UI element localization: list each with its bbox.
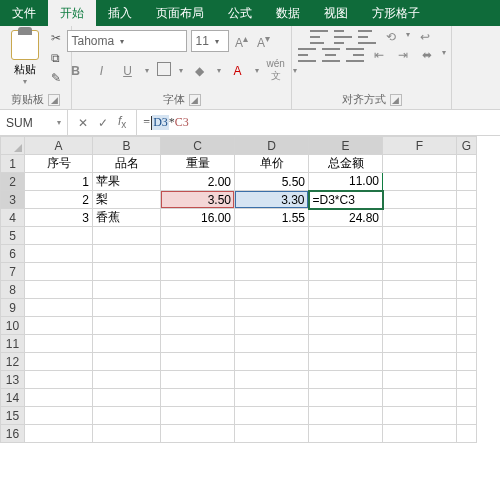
- tab-formula[interactable]: 公式: [216, 0, 264, 26]
- bold-button[interactable]: B: [67, 64, 85, 78]
- row-header[interactable]: 14: [1, 389, 25, 407]
- row-header[interactable]: 13: [1, 371, 25, 389]
- cell[interactable]: [383, 155, 457, 173]
- align-center-icon[interactable]: [322, 48, 340, 62]
- row-header[interactable]: 11: [1, 335, 25, 353]
- col-header[interactable]: E: [309, 137, 383, 155]
- underline-button[interactable]: U: [119, 64, 137, 78]
- align-left-icon[interactable]: [298, 48, 316, 62]
- enter-icon[interactable]: ✓: [98, 116, 108, 130]
- col-header[interactable]: D: [235, 137, 309, 155]
- chevron-down-icon[interactable]: ▾: [23, 77, 27, 86]
- cell-c3[interactable]: 3.50: [161, 191, 235, 209]
- tab-insert[interactable]: 插入: [96, 0, 144, 26]
- tab-layout[interactable]: 页面布局: [144, 0, 216, 26]
- orientation-icon[interactable]: ⟲: [382, 30, 400, 44]
- font-name-combo[interactable]: Tahoma▾: [67, 30, 187, 52]
- row-header[interactable]: 5: [1, 227, 25, 245]
- align-bottom-icon[interactable]: [358, 30, 376, 44]
- cell[interactable]: [457, 209, 477, 227]
- cell[interactable]: 24.80: [309, 209, 383, 227]
- paste-button[interactable]: 粘贴 ▾: [7, 30, 43, 86]
- cell[interactable]: [383, 191, 457, 209]
- cell[interactable]: 2: [25, 191, 93, 209]
- fill-color-icon[interactable]: ◆: [191, 64, 209, 78]
- cell[interactable]: [457, 155, 477, 173]
- cell-e2[interactable]: 11.00: [309, 173, 383, 191]
- cell[interactable]: 单价: [235, 155, 309, 173]
- format-painter-icon[interactable]: ✎: [47, 70, 65, 86]
- cell[interactable]: 苹果: [93, 173, 161, 191]
- grow-font-icon[interactable]: A▴: [233, 33, 251, 50]
- font-color-icon[interactable]: A: [229, 64, 247, 78]
- row-header[interactable]: 10: [1, 317, 25, 335]
- align-right-icon[interactable]: [346, 48, 364, 62]
- row-header[interactable]: 3: [1, 191, 25, 209]
- row-header[interactable]: 1: [1, 155, 25, 173]
- col-header[interactable]: B: [93, 137, 161, 155]
- worksheet[interactable]: A B C D E F G 1 序号 品名 重量 单价 总金额 2 1 苹果 2…: [0, 136, 500, 443]
- cell[interactable]: 5.50: [235, 173, 309, 191]
- cell[interactable]: 序号: [25, 155, 93, 173]
- phonetic-icon[interactable]: wén 文: [267, 58, 285, 83]
- cell[interactable]: 1.55: [235, 209, 309, 227]
- cut-icon[interactable]: ✂: [47, 30, 65, 46]
- tab-addon[interactable]: 方形格子: [360, 0, 432, 26]
- row-header[interactable]: 9: [1, 299, 25, 317]
- formula-input[interactable]: =D3*C3: [137, 110, 500, 135]
- col-header[interactable]: C: [161, 137, 235, 155]
- cell[interactable]: 香蕉: [93, 209, 161, 227]
- copy-icon[interactable]: ⧉: [47, 50, 65, 66]
- cancel-icon[interactable]: ✕: [78, 116, 88, 130]
- tab-file[interactable]: 文件: [0, 0, 48, 26]
- group-label-clipboard: 剪贴板: [11, 92, 44, 107]
- row-header[interactable]: 16: [1, 425, 25, 443]
- cell[interactable]: [383, 209, 457, 227]
- indent-increase-icon[interactable]: ⇥: [394, 48, 412, 62]
- dialog-launcher-icon[interactable]: ◢: [390, 94, 402, 106]
- row-header[interactable]: 6: [1, 245, 25, 263]
- row-header[interactable]: 15: [1, 407, 25, 425]
- cell[interactable]: [457, 191, 477, 209]
- cell[interactable]: 16.00: [161, 209, 235, 227]
- cell[interactable]: [25, 227, 93, 245]
- indent-decrease-icon[interactable]: ⇤: [370, 48, 388, 62]
- cell-e3-editing[interactable]: =D3*C3: [309, 191, 383, 209]
- align-middle-icon[interactable]: [334, 30, 352, 44]
- fx-icon[interactable]: fx: [118, 114, 126, 130]
- cell[interactable]: 梨: [93, 191, 161, 209]
- row-header[interactable]: 8: [1, 281, 25, 299]
- tab-data[interactable]: 数据: [264, 0, 312, 26]
- grid[interactable]: A B C D E F G 1 序号 品名 重量 单价 总金额 2 1 苹果 2…: [0, 136, 477, 443]
- cell-d3[interactable]: 3.30: [235, 191, 309, 209]
- name-box[interactable]: SUM▾: [0, 110, 68, 135]
- dialog-launcher-icon[interactable]: ◢: [189, 94, 201, 106]
- col-header[interactable]: F: [383, 137, 457, 155]
- col-header[interactable]: G: [457, 137, 477, 155]
- tab-home[interactable]: 开始: [48, 0, 96, 26]
- cell[interactable]: 品名: [93, 155, 161, 173]
- tab-view[interactable]: 视图: [312, 0, 360, 26]
- col-header[interactable]: A: [25, 137, 93, 155]
- row-header[interactable]: 4: [1, 209, 25, 227]
- row-header[interactable]: 2: [1, 173, 25, 191]
- cell[interactable]: [457, 173, 477, 191]
- row-header[interactable]: 12: [1, 353, 25, 371]
- shrink-font-icon[interactable]: A▾: [255, 33, 273, 50]
- dialog-launcher-icon[interactable]: ◢: [48, 94, 60, 106]
- cell[interactable]: [383, 173, 457, 191]
- wrap-text-icon[interactable]: ↩: [416, 30, 434, 44]
- row-header[interactable]: 7: [1, 263, 25, 281]
- cell[interactable]: 1: [25, 173, 93, 191]
- italic-button[interactable]: I: [93, 64, 111, 78]
- cell[interactable]: 3: [25, 209, 93, 227]
- font-size-combo[interactable]: 11▾: [191, 30, 229, 52]
- merge-icon[interactable]: ⬌: [418, 48, 436, 62]
- align-top-icon[interactable]: [310, 30, 328, 44]
- cell[interactable]: 重量: [161, 155, 235, 173]
- cell[interactable]: 总金额: [309, 155, 383, 173]
- select-all-corner[interactable]: [1, 137, 25, 155]
- cell[interactable]: 2.00: [161, 173, 235, 191]
- paste-label: 粘贴: [14, 62, 36, 77]
- borders-icon[interactable]: [157, 62, 171, 79]
